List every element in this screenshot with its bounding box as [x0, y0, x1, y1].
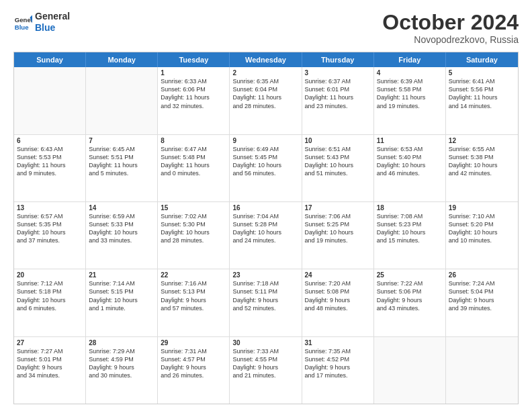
- day-number: 31: [305, 339, 371, 347]
- day-number: 3: [305, 69, 371, 77]
- cell-line2: Sunset: 4:55 PM: [232, 355, 298, 363]
- day-number: 2: [232, 69, 298, 77]
- calendar-row-3: 20Sunrise: 7:12 AMSunset: 5:18 PMDayligh…: [14, 269, 518, 336]
- cell-line1: Sunrise: 6:49 AM: [232, 145, 298, 153]
- cell-line2: Sunset: 5:58 PM: [377, 85, 443, 93]
- cell-line2: Sunset: 4:52 PM: [305, 355, 371, 363]
- day-number: 8: [161, 137, 226, 144]
- cell-line4: and 21 minutes.: [232, 371, 298, 379]
- cell-line4: and 48 minutes.: [305, 304, 371, 312]
- calendar-cell: 29Sunrise: 7:31 AMSunset: 4:57 PMDayligh…: [158, 337, 230, 404]
- calendar-cell: 24Sunrise: 7:20 AMSunset: 5:08 PMDayligh…: [302, 269, 374, 336]
- cell-line2: Sunset: 5:43 PM: [305, 153, 371, 161]
- cell-line1: Sunrise: 7:24 AM: [449, 279, 515, 287]
- cell-line1: Sunrise: 6:33 AM: [161, 77, 226, 85]
- cell-line2: Sunset: 5:01 PM: [17, 355, 83, 363]
- cell-line4: and 10 minutes.: [449, 236, 515, 244]
- day-number: 16: [232, 204, 298, 212]
- day-number: 13: [17, 204, 83, 212]
- cell-line4: and 30 minutes.: [89, 371, 154, 379]
- cell-line4: and 42 minutes.: [449, 169, 515, 177]
- cell-line3: Daylight: 10 hours: [449, 228, 515, 236]
- day-number: 22: [161, 271, 226, 279]
- calendar-cell: 11Sunrise: 6:53 AMSunset: 5:40 PMDayligh…: [374, 135, 446, 201]
- header-day-tuesday: Tuesday: [158, 52, 230, 67]
- cell-line3: Daylight: 9 hours: [161, 363, 226, 371]
- day-number: 5: [449, 69, 515, 77]
- calendar-cell: 3Sunrise: 6:37 AMSunset: 6:01 PMDaylight…: [302, 67, 374, 134]
- cell-line1: Sunrise: 6:57 AM: [17, 212, 83, 220]
- calendar-cell: 8Sunrise: 6:47 AMSunset: 5:48 PMDaylight…: [158, 135, 230, 201]
- logo: General Blue General Blue: [13, 11, 70, 34]
- calendar-row-4: 27Sunrise: 7:27 AMSunset: 5:01 PMDayligh…: [14, 336, 518, 404]
- cell-line4: and 15 minutes.: [377, 236, 443, 244]
- day-number: 18: [377, 204, 443, 212]
- cell-line2: Sunset: 5:20 PM: [449, 220, 515, 228]
- cell-line2: Sunset: 6:01 PM: [305, 85, 371, 93]
- cell-line2: Sunset: 5:04 PM: [449, 287, 515, 295]
- cell-line2: Sunset: 5:25 PM: [305, 220, 371, 228]
- logo-general: General: [35, 11, 70, 22]
- cell-line2: Sunset: 5:18 PM: [17, 287, 83, 295]
- calendar-cell: 4Sunrise: 6:39 AMSunset: 5:58 PMDaylight…: [374, 67, 446, 134]
- cell-line3: Daylight: 10 hours: [89, 296, 154, 304]
- cell-line3: Daylight: 9 hours: [305, 296, 371, 304]
- day-number: 29: [161, 339, 226, 347]
- calendar-cell: 31Sunrise: 7:35 AMSunset: 4:52 PMDayligh…: [302, 337, 374, 404]
- svg-text:Blue: Blue: [15, 23, 29, 30]
- cell-line1: Sunrise: 6:47 AM: [161, 145, 226, 153]
- day-number: 17: [305, 204, 371, 212]
- day-number: 6: [17, 137, 83, 144]
- cell-line4: and 37 minutes.: [17, 236, 83, 244]
- cell-line2: Sunset: 5:13 PM: [161, 287, 226, 295]
- cell-line2: Sunset: 5:15 PM: [89, 287, 154, 295]
- calendar-cell: [86, 67, 158, 134]
- logo-text: General Blue: [35, 11, 70, 34]
- calendar-cell: 9Sunrise: 6:49 AMSunset: 5:45 PMDaylight…: [230, 135, 302, 201]
- cell-line2: Sunset: 5:23 PM: [377, 220, 443, 228]
- cell-line1: Sunrise: 6:41 AM: [449, 77, 515, 85]
- cell-line4: and 28 minutes.: [232, 102, 298, 110]
- calendar-cell: 14Sunrise: 6:59 AMSunset: 5:33 PMDayligh…: [86, 202, 158, 269]
- logo-blue: Blue: [35, 22, 70, 34]
- cell-line4: and 33 minutes.: [89, 236, 154, 244]
- cell-line3: Daylight: 9 hours: [449, 296, 515, 304]
- cell-line2: Sunset: 6:06 PM: [161, 85, 226, 93]
- cell-line3: Daylight: 9 hours: [89, 363, 154, 371]
- cell-line1: Sunrise: 6:39 AM: [377, 77, 443, 85]
- cell-line4: and 51 minutes.: [305, 169, 371, 177]
- day-number: 15: [161, 204, 226, 212]
- day-number: 28: [89, 339, 154, 347]
- calendar-cell: 5Sunrise: 6:41 AMSunset: 5:56 PMDaylight…: [446, 67, 518, 134]
- cell-line1: Sunrise: 7:12 AM: [17, 279, 83, 287]
- cell-line2: Sunset: 5:45 PM: [232, 153, 298, 161]
- cell-line3: Daylight: 10 hours: [305, 161, 371, 169]
- cell-line3: Daylight: 11 hours: [17, 161, 83, 169]
- day-number: 12: [449, 137, 515, 144]
- calendar-cell: 26Sunrise: 7:24 AMSunset: 5:04 PMDayligh…: [446, 269, 518, 336]
- calendar: SundayMondayTuesdayWednesdayThursdayFrid…: [13, 52, 519, 404]
- calendar-cell: 10Sunrise: 6:51 AMSunset: 5:43 PMDayligh…: [302, 135, 374, 201]
- cell-line4: and 0 minutes.: [161, 169, 226, 177]
- header-day-friday: Friday: [374, 52, 446, 67]
- header-day-thursday: Thursday: [302, 52, 374, 67]
- day-number: 27: [17, 339, 83, 347]
- cell-line4: and 24 minutes.: [232, 236, 298, 244]
- cell-line4: and 6 minutes.: [17, 304, 83, 312]
- cell-line2: Sunset: 5:06 PM: [377, 287, 443, 295]
- cell-line3: Daylight: 10 hours: [17, 296, 83, 304]
- cell-line1: Sunrise: 6:51 AM: [305, 145, 371, 153]
- calendar-cell: 15Sunrise: 7:02 AMSunset: 5:30 PMDayligh…: [158, 202, 230, 269]
- cell-line4: and 57 minutes.: [161, 304, 226, 312]
- cell-line4: and 1 minute.: [89, 304, 154, 312]
- cell-line3: Daylight: 10 hours: [377, 228, 443, 236]
- cell-line4: and 26 minutes.: [161, 371, 226, 379]
- cell-line3: Daylight: 9 hours: [232, 363, 298, 371]
- cell-line2: Sunset: 4:57 PM: [161, 355, 226, 363]
- calendar-cell: 28Sunrise: 7:29 AMSunset: 4:59 PMDayligh…: [86, 337, 158, 404]
- cell-line2: Sunset: 5:35 PM: [17, 220, 83, 228]
- cell-line2: Sunset: 5:53 PM: [17, 153, 83, 161]
- cell-line3: Daylight: 10 hours: [161, 228, 226, 236]
- day-number: 1: [161, 69, 226, 77]
- cell-line2: Sunset: 5:33 PM: [89, 220, 154, 228]
